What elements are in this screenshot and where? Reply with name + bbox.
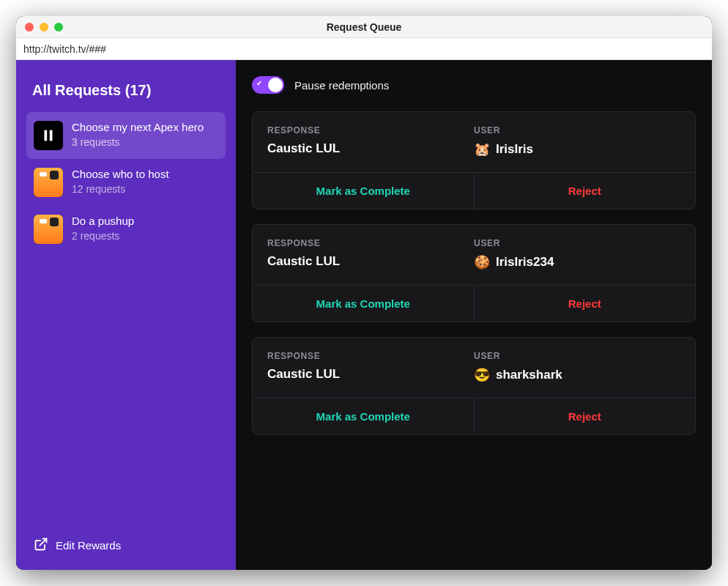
pause-icon — [34, 121, 63, 150]
user-header: USER — [474, 238, 680, 248]
pause-row: ✔ Pause redemptions — [252, 76, 696, 94]
url-bar[interactable]: http://twitch.tv/### — [16, 38, 712, 60]
user-avatar-icon: 😎 — [474, 367, 490, 383]
sidebar-reward-item[interactable]: Choose who to host12 requests — [26, 159, 226, 206]
avatar-icon — [34, 168, 63, 197]
pause-toggle-label: Pause redemptions — [294, 79, 389, 92]
mark-complete-button[interactable]: Mark as Complete — [253, 398, 474, 434]
edit-rewards-button[interactable]: Edit Rewards — [26, 531, 226, 560]
main-panel: ✔ Pause redemptions RESPONSECaustic LULU… — [236, 60, 712, 570]
response-header: RESPONSE — [267, 125, 474, 136]
edit-rewards-label: Edit Rewards — [56, 539, 121, 552]
user-value: 😎sharkshark — [474, 367, 680, 383]
reward-list: Choose my next Apex hero3 requestsChoose… — [26, 112, 226, 253]
sidebar-title: All Requests (17) — [26, 78, 226, 112]
request-card: RESPONSECaustic LULUSER🐹IrisIrisMark as … — [252, 111, 696, 209]
user-avatar-icon: 🐹 — [474, 141, 490, 157]
response-value: Caustic LUL — [267, 141, 474, 156]
svg-rect-1 — [50, 130, 53, 141]
user-avatar-icon: 🍪 — [474, 254, 490, 270]
user-name: IrisIris — [496, 142, 533, 157]
user-name: sharkshark — [496, 368, 562, 382]
svg-rect-0 — [45, 130, 48, 141]
response-value: Caustic LUL — [267, 254, 474, 269]
user-header: USER — [474, 125, 680, 136]
check-icon: ✔ — [256, 80, 262, 87]
pause-toggle[interactable]: ✔ — [252, 76, 284, 94]
response-header: RESPONSE — [267, 351, 474, 361]
titlebar: Request Queue — [16, 16, 712, 38]
reward-label: Choose my next Apex hero — [72, 121, 204, 135]
response-header: RESPONSE — [267, 238, 474, 248]
reject-button[interactable]: Reject — [474, 173, 696, 209]
avatar-icon — [34, 215, 63, 244]
zoom-window-button[interactable] — [54, 23, 63, 31]
sidebar-reward-item[interactable]: Do a pushup2 requests — [26, 206, 226, 253]
reward-count: 12 requests — [72, 183, 169, 195]
mark-complete-button[interactable]: Mark as Complete — [253, 173, 474, 209]
user-header: USER — [474, 351, 680, 361]
request-card: RESPONSECaustic LULUSER😎sharksharkMark a… — [252, 337, 696, 435]
reject-button[interactable]: Reject — [474, 286, 696, 322]
sidebar: All Requests (17) Choose my next Apex he… — [16, 60, 236, 570]
user-value: 🍪IrisIris234 — [474, 254, 680, 270]
toggle-knob — [268, 78, 283, 92]
user-name: IrisIris234 — [496, 255, 554, 270]
minimize-window-button[interactable] — [40, 23, 48, 31]
response-value: Caustic LUL — [267, 367, 474, 382]
reject-button[interactable]: Reject — [474, 398, 696, 434]
request-card-list: RESPONSECaustic LULUSER🐹IrisIrisMark as … — [252, 111, 696, 435]
reward-label: Do a pushup — [72, 215, 134, 229]
close-window-button[interactable] — [25, 23, 34, 31]
url-text: http://twitch.tv/### — [23, 43, 106, 55]
content-area: All Requests (17) Choose my next Apex he… — [16, 60, 712, 570]
app-window: Request Queue http://twitch.tv/### All R… — [16, 16, 712, 570]
external-link-icon — [34, 537, 48, 554]
window-title: Request Queue — [16, 21, 712, 33]
reward-count: 2 requests — [72, 230, 134, 242]
sidebar-reward-item[interactable]: Choose my next Apex hero3 requests — [26, 112, 226, 159]
request-card: RESPONSECaustic LULUSER🍪IrisIris234Mark … — [252, 224, 696, 322]
mark-complete-button[interactable]: Mark as Complete — [253, 286, 474, 322]
reward-count: 3 requests — [72, 136, 204, 148]
reward-label: Choose who to host — [72, 168, 169, 182]
user-value: 🐹IrisIris — [474, 141, 680, 157]
svg-line-2 — [40, 539, 46, 546]
traffic-lights — [16, 23, 63, 31]
